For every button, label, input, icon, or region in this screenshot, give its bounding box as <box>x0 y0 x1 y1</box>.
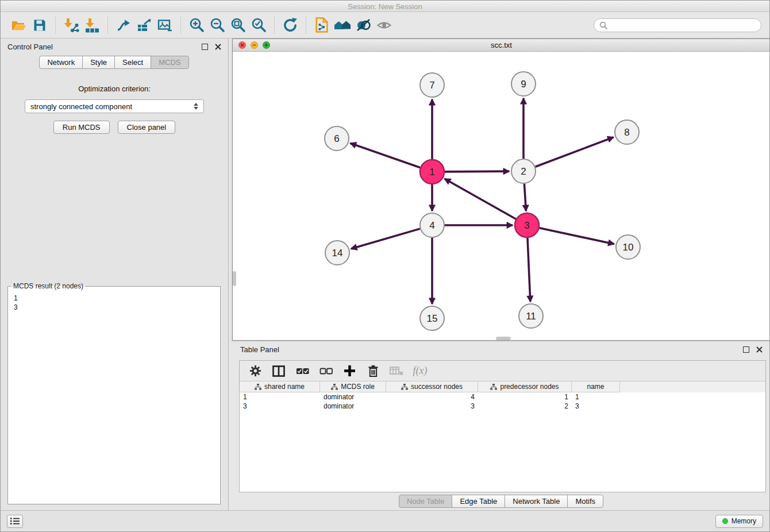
export-image-button[interactable] <box>155 15 175 36</box>
window-titlebar[interactable]: Session: New Session <box>1 1 769 12</box>
column-header-predecessor-nodes[interactable]: predecessor nodes <box>478 381 572 392</box>
cell-name[interactable]: 1 <box>572 392 620 402</box>
column-header-mcds-role[interactable]: MCDS role <box>320 381 386 392</box>
optimization-criterion-select[interactable]: strongly connected component <box>25 99 204 113</box>
search-input[interactable] <box>611 21 756 29</box>
table-delete-icon <box>390 366 403 376</box>
new-network-button[interactable] <box>113 15 134 36</box>
show-columns-button[interactable] <box>271 364 286 379</box>
select-all-button[interactable] <box>295 364 310 379</box>
network-graph[interactable]: 7968124314101511 <box>233 52 770 340</box>
zoom-in-button[interactable] <box>186 15 207 36</box>
function-builder-button[interactable]: f(x) <box>413 364 428 379</box>
tab-network[interactable]: Network <box>39 56 83 69</box>
graph-node-label: 3 <box>524 220 529 231</box>
show-details-button[interactable] <box>374 15 394 36</box>
cell-predecessor-nodes[interactable]: 2 <box>478 402 572 411</box>
graph-edge-3-10[interactable] <box>540 228 614 244</box>
float-table-panel-icon[interactable] <box>743 346 749 353</box>
cell-shared-name[interactable]: 1 <box>240 392 320 402</box>
cell-successor-nodes[interactable]: 3 <box>386 402 478 411</box>
tab-style[interactable]: Style <box>82 56 115 69</box>
graph-node-2[interactable]: 2 <box>511 159 536 183</box>
graph-node-15[interactable]: 15 <box>420 306 444 330</box>
save-session-button[interactable] <box>29 15 50 36</box>
refresh-button[interactable] <box>280 15 301 36</box>
table-settings-button[interactable] <box>248 364 263 379</box>
zoom-window-button[interactable] <box>263 41 270 49</box>
zoom-selected-button[interactable] <box>248 15 269 36</box>
open-session-button[interactable] <box>9 15 29 36</box>
graph-node-7[interactable]: 7 <box>420 73 444 97</box>
graph-node-6[interactable]: 6 <box>325 126 349 151</box>
graph-node-1[interactable]: 1 <box>420 160 444 184</box>
graph-edge-2-8[interactable] <box>536 137 614 167</box>
delete-column-button[interactable] <box>365 364 380 379</box>
first-neighbors-button[interactable] <box>332 15 353 36</box>
close-panel-button[interactable]: Close panel <box>118 121 176 134</box>
graph-edge-2-3[interactable] <box>524 184 526 211</box>
delete-table-button[interactable] <box>389 364 404 379</box>
tab-motifs[interactable]: Motifs <box>567 495 603 508</box>
tab-edge-table[interactable]: Edge Table <box>452 495 505 508</box>
tab-mcds[interactable]: MCDS <box>151 56 188 69</box>
style-venn-button[interactable] <box>353 15 374 36</box>
cell-predecessor-nodes[interactable]: 1 <box>478 392 572 402</box>
graph-node-4[interactable]: 4 <box>420 213 444 237</box>
add-column-button[interactable] <box>342 364 357 379</box>
import-table-button[interactable] <box>82 15 102 36</box>
node-table-container: f(x) shared name MCDS role successor nod… <box>239 360 766 492</box>
mcds-result-box: MCDS result (2 nodes) 1 3 <box>7 282 221 504</box>
tab-network-table[interactable]: Network Table <box>505 495 568 508</box>
graph-edge-4-14[interactable] <box>351 229 420 249</box>
new-table-button[interactable] <box>134 15 155 36</box>
graph-node-3[interactable]: 3 <box>515 213 539 237</box>
graph-node-9[interactable]: 9 <box>511 72 536 96</box>
cell-mcds-role[interactable]: dominator <box>320 392 386 402</box>
graph-node-8[interactable]: 8 <box>615 120 639 144</box>
graph-node-14[interactable]: 14 <box>325 241 349 265</box>
network-window-titlebar[interactable]: scc.txt <box>233 39 770 52</box>
close-table-panel-icon[interactable] <box>756 346 763 353</box>
column-header-shared-name[interactable]: shared name <box>240 381 320 392</box>
tab-node-table[interactable]: Node Table <box>399 495 453 508</box>
network-canvas[interactable]: 7968124314101511 <box>233 52 770 340</box>
column-header-name[interactable]: name <box>572 381 620 392</box>
task-history-button[interactable] <box>7 515 23 528</box>
zoom-out-button[interactable] <box>207 15 228 36</box>
horizontal-scrollbar[interactable] <box>496 337 511 340</box>
houses-icon <box>334 18 351 32</box>
search-field[interactable] <box>594 18 761 32</box>
float-panel-icon[interactable] <box>202 44 208 50</box>
graph-edge-1-2[interactable] <box>445 171 509 172</box>
graph-edge-3-11[interactable] <box>528 238 530 302</box>
tab-label: Network Table <box>513 497 560 506</box>
cell-mcds-role[interactable]: dominator <box>320 402 386 411</box>
run-mcds-button[interactable]: Run MCDS <box>53 121 110 134</box>
cell-shared-name[interactable]: 3 <box>240 402 320 411</box>
mcds-result-title: MCDS result (2 nodes) <box>11 282 85 290</box>
column-header-successor-nodes[interactable]: successor nodes <box>386 381 478 392</box>
zoom-fit-button[interactable] <box>228 15 248 36</box>
close-window-button[interactable] <box>238 41 246 49</box>
import-network-button[interactable] <box>61 15 82 36</box>
tab-label: Select <box>122 58 143 67</box>
deselect-all-button[interactable] <box>318 364 333 379</box>
mcds-result-list[interactable]: 1 3 <box>9 292 219 503</box>
graph-node-11[interactable]: 11 <box>519 304 543 328</box>
close-panel-icon[interactable] <box>215 44 221 50</box>
cell-successor-nodes[interactable]: 4 <box>386 392 478 402</box>
save-disk-icon <box>33 18 47 32</box>
vertical-scrollbar[interactable] <box>233 271 236 286</box>
cell-name[interactable]: 3 <box>572 402 620 411</box>
table-row[interactable]: 1 dominator 4 1 1 <box>240 392 765 402</box>
minimize-window-button[interactable] <box>251 41 258 49</box>
tab-select[interactable]: Select <box>114 56 151 69</box>
memory-button[interactable]: Memory <box>715 515 763 528</box>
network-file-button[interactable] <box>311 15 332 36</box>
table-row[interactable]: 3 dominator 3 2 3 <box>240 402 765 411</box>
graph-edge-3-1[interactable] <box>445 179 516 219</box>
graph-node-10[interactable]: 10 <box>616 235 640 259</box>
network-window-title: scc.txt <box>233 41 770 49</box>
graph-edge-1-6[interactable] <box>351 143 421 167</box>
